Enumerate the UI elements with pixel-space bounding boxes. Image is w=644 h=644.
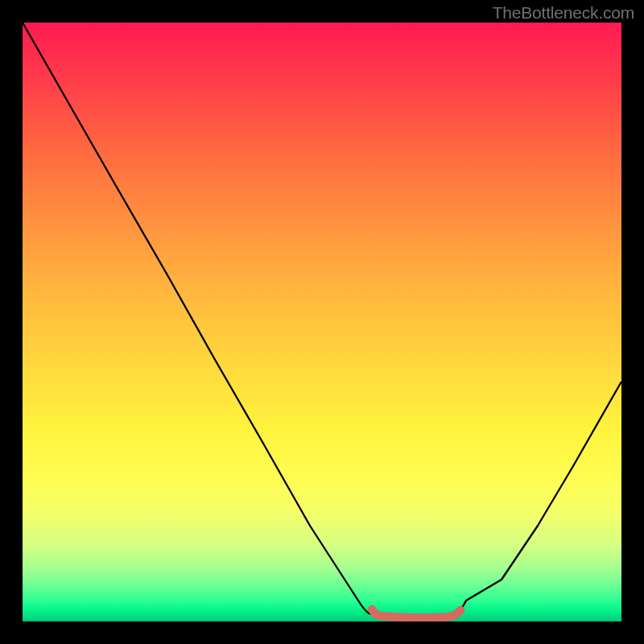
watermark-text: TheBottleneck.com xyxy=(493,3,634,23)
chart-frame xyxy=(23,23,621,621)
chart-background-gradient xyxy=(23,23,621,621)
